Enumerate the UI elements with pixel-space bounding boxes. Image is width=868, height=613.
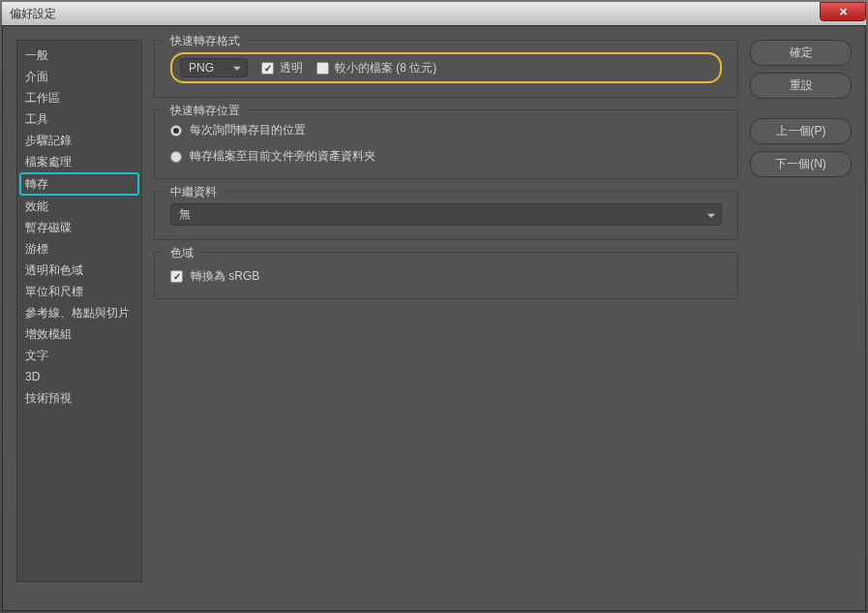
preferences-window: 偏好設定 ✕ 一般 介面 工作區 工具 步驟記錄 檔案處理 轉存 效能 暫存磁碟… [0,0,868,613]
srgb-label: 轉換為 sRGB [191,268,259,285]
radio-row-assets: 轉存檔案至目前文件旁的資產資料夾 [170,148,722,165]
transparent-label: 透明 [280,60,303,77]
titlebar: 偏好設定 ✕ [2,2,866,25]
close-icon: ✕ [839,6,848,18]
main-panel: 快速轉存格式 PNG 透明 較小的檔案 (8 位元) [154,40,852,597]
radio-row-ask: 每次詢問轉存目的位置 [170,122,722,138]
sidebar-item-3d[interactable]: 3D [17,366,141,387]
smaller-checkbox[interactable] [316,62,329,75]
sidebar-item-techpreview[interactable]: 技術預視 [17,387,141,409]
sidebar-item-scratch[interactable]: 暫存磁碟 [17,217,141,238]
prev-button[interactable]: 上一個(P) [750,118,852,144]
radio-assets[interactable] [170,151,182,163]
sidebar-item-units[interactable]: 單位和尺標 [17,281,141,302]
legend-colorspace: 色域 [165,245,199,261]
sidebar-item-interface[interactable]: 介面 [17,66,141,87]
legend-metadata: 中繼資料 [165,184,223,200]
sidebar-item-tools[interactable]: 工具 [17,108,141,130]
sidebar-item-guides[interactable]: 參考線、格點與切片 [17,302,141,323]
ok-button[interactable]: 確定 [750,40,852,66]
format-dropdown[interactable]: PNG [180,58,248,77]
sidebar-item-cursors[interactable]: 游標 [17,238,141,260]
sidebar-item-history[interactable]: 步驟記錄 [17,130,141,151]
fieldset-colorspace: 色域 轉換為 sRGB [154,252,738,299]
settings-area: 快速轉存格式 PNG 透明 較小的檔案 (8 位元) [154,40,738,597]
format-highlight-row: PNG 透明 較小的檔案 (8 位元) [170,52,722,83]
sidebar-item-type[interactable]: 文字 [17,345,141,366]
transparent-checkbox[interactable] [261,62,274,75]
sidebar-item-transparency[interactable]: 透明和色域 [17,260,141,281]
smaller-label: 較小的檔案 (8 位元) [335,60,436,77]
fieldset-location: 快速轉存位置 每次詢問轉存目的位置 轉存檔案至目前文件旁的資產資料夾 [154,109,738,179]
window-title: 偏好設定 [10,6,56,22]
button-spacer [750,106,852,111]
srgb-checkbox[interactable] [170,270,183,283]
content-area: 一般 介面 工作區 工具 步驟記錄 檔案處理 轉存 效能 暫存磁碟 游標 透明和… [2,25,866,611]
sidebar-item-performance[interactable]: 效能 [17,196,141,217]
next-button[interactable]: 下一個(N) [750,151,852,177]
sidebar-item-workspace[interactable]: 工作區 [17,87,141,108]
fieldset-metadata: 中繼資料 無 [154,191,738,240]
sidebar-item-export[interactable]: 轉存 [19,172,139,196]
fieldset-format: 快速轉存格式 PNG 透明 較小的檔案 (8 位元) [154,40,738,98]
smaller-checkbox-wrap: 較小的檔案 (8 位元) [316,60,436,77]
srgb-checkbox-wrap: 轉換為 sRGB [170,268,722,285]
category-sidebar: 一般 介面 工作區 工具 步驟記錄 檔案處理 轉存 效能 暫存磁碟 游標 透明和… [16,40,142,582]
radio-ask[interactable] [170,125,182,137]
legend-location: 快速轉存位置 [165,103,246,119]
reset-button[interactable]: 重設 [750,73,852,99]
button-column: 確定 重設 上一個(P) 下一個(N) [750,40,852,597]
radio-ask-label: 每次詢問轉存目的位置 [190,122,306,138]
transparent-checkbox-wrap: 透明 [261,60,303,77]
legend-format: 快速轉存格式 [165,33,246,49]
sidebar-item-general[interactable]: 一般 [17,45,141,66]
metadata-dropdown[interactable]: 無 [170,203,722,226]
close-button[interactable]: ✕ [820,2,866,21]
sidebar-item-filehandling[interactable]: 檔案處理 [17,151,141,172]
sidebar-item-plugins[interactable]: 增效模組 [17,323,141,345]
radio-assets-label: 轉存檔案至目前文件旁的資產資料夾 [190,148,375,165]
